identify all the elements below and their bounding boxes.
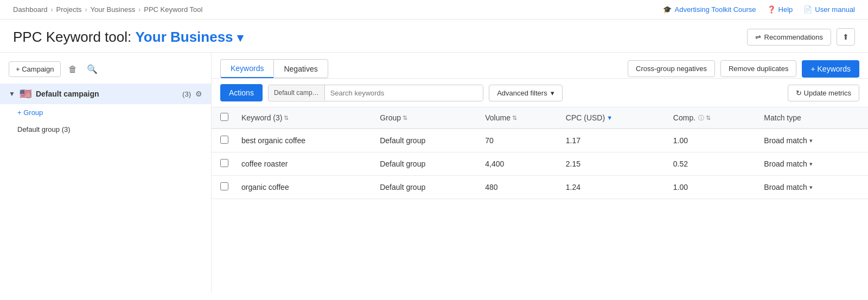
col-checkbox — [212, 107, 235, 129]
remove-duplicates-button[interactable]: Remove duplicates — [720, 60, 797, 77]
sidebar-toolbar: + Campaign 🗑 🔍 — [0, 61, 211, 84]
add-keywords-button[interactable]: + Keywords — [802, 60, 859, 78]
export-icon: ⬆ — [843, 33, 849, 41]
row-2-cpc: 2.15 — [559, 152, 667, 176]
manual-icon: 📄 — [803, 5, 812, 14]
trash-icon: 🗑 — [68, 65, 77, 74]
row-2-match-type[interactable]: Broad match ▾ — [757, 152, 868, 176]
tabs-bar: Keywords Negatives Cross-group negatives… — [212, 53, 868, 79]
export-button[interactable]: ⬆ — [837, 28, 855, 46]
search-icon: 🔍 — [87, 65, 98, 74]
row-3-group: Default group — [373, 176, 478, 199]
tabs: Keywords Negatives — [220, 59, 328, 78]
sidebar: + Campaign 🗑 🔍 ▼ 🇺🇸 Default campaign (3)… — [0, 53, 212, 293]
breadcrumb-sep-1: › — [51, 6, 53, 14]
content-area: Keywords Negatives Cross-group negatives… — [212, 53, 868, 293]
campaign-row[interactable]: ▼ 🇺🇸 Default campaign (3) ⚙ — [0, 84, 211, 104]
row-1-cpc: 1.17 — [559, 129, 667, 152]
update-metrics-button[interactable]: ↻ Update metrics — [788, 85, 859, 101]
add-group-row[interactable]: + Group — [0, 104, 211, 121]
recommendations-button[interactable]: ⇌ Recommendations — [747, 29, 831, 46]
col-volume[interactable]: Volume ⇅ — [478, 107, 559, 129]
row-3-match-type-select[interactable]: Broad match ▾ — [764, 183, 861, 192]
advertising-toolkit-course-link[interactable]: 🎓 Advertising Toolkit Course — [663, 5, 756, 14]
keyword-sort-icon: ⇅ — [284, 114, 289, 122]
row-1-comp: 1.00 — [667, 129, 757, 152]
delete-campaign-button[interactable]: 🗑 — [66, 62, 79, 76]
search-campaign-button[interactable]: 🔍 — [85, 62, 100, 76]
row-2-checkbox-cell — [212, 152, 235, 176]
row-1-checkbox-cell — [212, 129, 235, 152]
match-type-chevron-1: ▾ — [809, 137, 813, 144]
table-row: best organic coffee Default group 70 1.1… — [212, 129, 868, 152]
breadcrumb-dashboard[interactable]: Dashboard — [13, 5, 48, 14]
search-campaign-label: Default camp… — [269, 85, 325, 100]
user-manual-link[interactable]: 📄 User manual — [803, 5, 855, 14]
col-cpc[interactable]: CPC (USD) ▼ — [559, 107, 667, 129]
page-title-chevron[interactable]: ▾ — [237, 31, 243, 44]
row-1-volume: 70 — [478, 129, 559, 152]
row-1-match-type-select[interactable]: Broad match ▾ — [764, 136, 861, 145]
volume-sort-icon: ⇅ — [512, 114, 517, 122]
row-2-group: Default group — [373, 152, 478, 176]
col-keyword[interactable]: Keyword (3) ⇅ — [235, 107, 373, 129]
breadcrumb-ppc-keyword-tool: PPC Keyword Tool — [144, 5, 202, 14]
row-2-match-type-select[interactable]: Broad match ▾ — [764, 159, 861, 168]
table-row: coffee roaster Default group 4,400 2.15 … — [212, 152, 868, 176]
row-1-match-type[interactable]: Broad match ▾ — [757, 129, 868, 152]
help-link[interactable]: ❓ Help — [767, 5, 793, 14]
page-title: PPC Keyword tool: Your Business ▾ — [13, 29, 243, 46]
advanced-filters-button[interactable]: Advanced filters ▾ — [489, 85, 563, 101]
keywords-table: Keyword (3) ⇅ Group ⇅ Vo — [212, 107, 868, 199]
top-nav-right: 🎓 Advertising Toolkit Course ❓ Help 📄 Us… — [663, 5, 855, 14]
page-header-right: ⇌ Recommendations ⬆ — [747, 28, 855, 46]
campaign-name: Default campaign — [36, 90, 178, 98]
add-campaign-button[interactable]: + Campaign — [9, 61, 61, 77]
select-all-checkbox[interactable] — [220, 113, 228, 121]
row-1-group: Default group — [373, 129, 478, 152]
actions-button[interactable]: Actions — [220, 84, 263, 101]
search-keywords-input[interactable] — [325, 85, 483, 101]
tab-negatives[interactable]: Negatives — [273, 59, 328, 78]
breadcrumb-sep-2: › — [85, 6, 87, 14]
match-type-chevron-2: ▾ — [809, 161, 813, 168]
row-3-keyword: organic coffee — [235, 176, 373, 199]
table-row: organic coffee Default group 480 1.24 1.… — [212, 176, 868, 199]
row-3-comp: 1.00 — [667, 176, 757, 199]
campaign-chevron: ▼ — [9, 90, 15, 98]
row-3-checkbox-cell — [212, 176, 235, 199]
group-sort-icon: ⇅ — [403, 114, 407, 122]
tab-keywords[interactable]: Keywords — [220, 59, 273, 78]
col-group[interactable]: Group ⇅ — [373, 107, 478, 129]
page-header: PPC Keyword tool: Your Business ▾ ⇌ Reco… — [0, 20, 868, 53]
row-3-checkbox[interactable] — [220, 182, 228, 190]
row-2-volume: 4,400 — [478, 152, 559, 176]
breadcrumb-projects[interactable]: Projects — [56, 5, 82, 14]
row-1-checkbox[interactable] — [220, 136, 228, 144]
keywords-table-wrapper: Keyword (3) ⇅ Group ⇅ Vo — [212, 107, 868, 293]
row-2-comp: 0.52 — [667, 152, 757, 176]
course-icon: 🎓 — [663, 5, 672, 14]
col-match-type[interactable]: Match type — [757, 107, 868, 129]
cross-group-negatives-button[interactable]: Cross-group negatives — [628, 60, 715, 77]
table-body: best organic coffee Default group 70 1.1… — [212, 129, 868, 199]
row-2-checkbox[interactable] — [220, 159, 228, 167]
tabs-actions: Cross-group negatives Remove duplicates … — [628, 60, 859, 78]
comp-info-icon: ⓘ — [698, 114, 704, 122]
group-row[interactable]: Default group (3) — [0, 121, 211, 138]
top-nav: Dashboard › Projects › Your Business › P… — [0, 0, 868, 20]
main-layout: + Campaign 🗑 🔍 ▼ 🇺🇸 Default campaign (3)… — [0, 53, 868, 293]
row-1-keyword: best organic coffee — [235, 129, 373, 152]
cpc-sort-icon: ▼ — [607, 114, 612, 121]
row-3-match-type[interactable]: Broad match ▾ — [757, 176, 868, 199]
row-2-keyword: coffee roaster — [235, 152, 373, 176]
filter-bar: Actions Default camp… Advanced filters ▾… — [212, 79, 868, 107]
table-header: Keyword (3) ⇅ Group ⇅ Vo — [212, 107, 868, 129]
comp-sort-icon: ⇅ — [706, 114, 711, 122]
gear-icon[interactable]: ⚙ — [195, 90, 202, 98]
search-group: Default camp… — [268, 85, 483, 101]
flag-icon: 🇺🇸 — [20, 88, 31, 100]
match-type-chevron-3: ▾ — [809, 184, 813, 191]
col-comp[interactable]: Comp. ⓘ ⇅ — [667, 107, 757, 129]
breadcrumb-your-business[interactable]: Your Business — [91, 5, 136, 14]
